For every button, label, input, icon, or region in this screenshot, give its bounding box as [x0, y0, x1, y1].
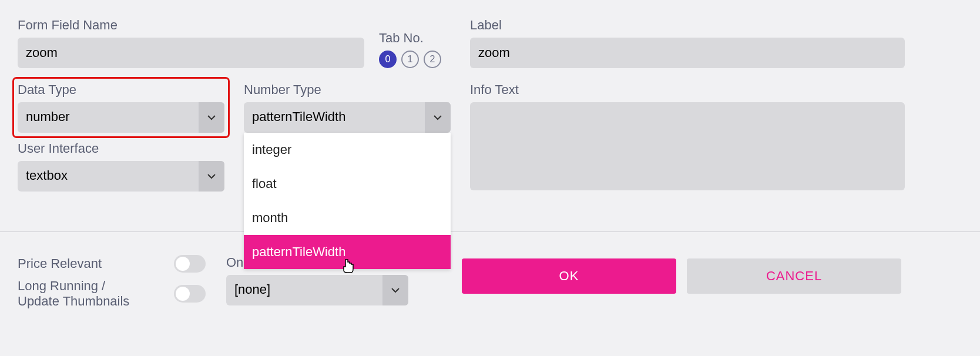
user-interface-select[interactable]: textbox [18, 161, 224, 192]
chevron-down-icon [391, 286, 400, 294]
number-type-chevron[interactable] [425, 102, 451, 133]
tab-no-pills: 0 1 2 [379, 51, 461, 68]
number-type-dropdown: integer float month patternTileWidth [244, 133, 451, 269]
data-type-select[interactable]: number [18, 102, 224, 133]
chevron-down-icon [207, 172, 216, 180]
form-field-name-input[interactable] [18, 38, 364, 68]
data-type-label: Data Type [18, 82, 224, 98]
long-running-toggle[interactable] [174, 285, 206, 303]
cancel-button[interactable]: CANCEL [687, 258, 901, 294]
dropdown-option-integer[interactable]: integer [244, 133, 451, 167]
tab-pill-1[interactable]: 1 [401, 51, 419, 68]
info-text-label: Info Text [470, 82, 905, 98]
dropdown-option-month[interactable]: month [244, 201, 451, 235]
label-field-input[interactable] [470, 38, 905, 68]
data-type-chevron[interactable] [199, 102, 224, 133]
dropdown-option-float[interactable]: float [244, 167, 451, 201]
long-running-label-2: Update Thumbnails [18, 294, 129, 309]
on-change-label: On [226, 255, 243, 270]
tab-pill-2[interactable]: 2 [424, 51, 441, 68]
user-interface-label: User Interface [18, 141, 224, 156]
price-relevant-toggle[interactable] [174, 255, 206, 273]
chevron-down-icon [434, 113, 442, 122]
number-type-select[interactable]: patternTileWidth [244, 102, 451, 133]
price-relevant-label: Price Relevant [18, 256, 102, 271]
tab-pill-0[interactable]: 0 [379, 51, 397, 68]
dropdown-option-patternTileWidth[interactable]: patternTileWidth [244, 235, 451, 269]
label-field-label: Label [470, 18, 905, 33]
form-field-name-label: Form Field Name [18, 18, 364, 33]
number-type-label: Number Type [244, 82, 451, 98]
ok-button[interactable]: OK [462, 258, 676, 294]
tab-no-label: Tab No. [379, 31, 461, 46]
long-running-label-1: Long Running / [18, 278, 129, 294]
on-change-chevron[interactable] [382, 275, 408, 305]
info-text-textarea[interactable] [470, 102, 905, 190]
data-type-highlight: Data Type number [14, 79, 228, 136]
user-interface-chevron[interactable] [199, 161, 224, 192]
on-change-select[interactable]: [none] [226, 275, 408, 305]
chevron-down-icon [207, 113, 216, 122]
